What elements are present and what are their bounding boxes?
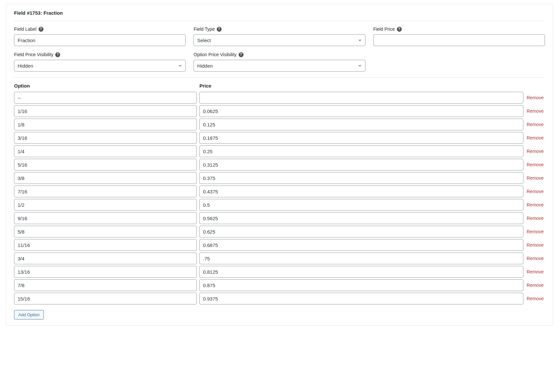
field-panel: Field #1753: Fraction Field Label ? Fiel… [6,4,553,326]
field-label-input[interactable] [14,34,186,46]
field-type-select[interactable]: Select [194,34,365,46]
field-label-col: Field Label ? [14,26,186,46]
field-label-label: Field Label ? [14,26,186,32]
price-input[interactable] [199,239,523,251]
option-input[interactable] [14,293,197,304]
option-input[interactable] [14,132,197,144]
option-input[interactable] [14,145,197,157]
remove-link[interactable]: Remove [526,269,545,274]
remove-link[interactable]: Remove [526,95,545,100]
field-price-label: Field Price ? [373,26,545,32]
price-input[interactable] [199,145,523,157]
option-row: Remove [14,212,545,224]
field-label-text: Field Label [14,26,37,32]
remove-link[interactable]: Remove [526,122,545,127]
remove-link[interactable]: Remove [526,189,545,194]
remove-link[interactable]: Remove [526,162,545,167]
option-price-visibility-select[interactable]: Hidden [194,60,365,72]
option-price-visibility-select-wrap: Hidden [194,60,365,72]
option-column-header: Option [14,83,197,89]
option-row: Remove [14,159,545,171]
remove-link[interactable]: Remove [526,229,545,234]
field-type-select-wrap: Select [194,34,365,46]
remove-link[interactable]: Remove [526,256,545,261]
options-container: RemoveRemoveRemoveRemoveRemoveRemoveRemo… [14,92,545,304]
option-input[interactable] [14,226,197,237]
help-icon[interactable]: ? [55,52,60,57]
field-price-visibility-label: Field Price Visibility ? [14,52,186,57]
option-row: Remove [14,293,545,304]
field-price-col: Field Price ? [373,26,545,46]
option-price-visibility-text: Option Price Visibility [194,52,236,57]
option-input[interactable] [14,172,197,184]
remove-link[interactable]: Remove [526,242,545,248]
price-input[interactable] [199,172,523,184]
field-price-input[interactable] [373,34,545,46]
option-input[interactable] [14,279,197,291]
price-input[interactable] [199,212,523,224]
price-input[interactable] [199,266,523,278]
add-option-button[interactable]: Add Option [14,310,44,319]
option-row: Remove [14,239,545,251]
actions-column-header [526,83,545,89]
price-input[interactable] [199,92,523,104]
price-input[interactable] [199,105,523,117]
option-row: Remove [14,145,545,157]
option-input[interactable] [14,212,197,224]
price-input[interactable] [199,226,523,237]
field-price-visibility-select[interactable]: Hidden [14,60,186,72]
price-input[interactable] [199,186,523,197]
option-input[interactable] [14,105,197,117]
price-input[interactable] [199,132,523,144]
panel-title: Field #1753: Fraction [14,10,545,21]
remove-link[interactable]: Remove [526,149,545,154]
field-price-visibility-select-wrap: Hidden [14,60,186,72]
option-input[interactable] [14,119,197,130]
option-row: Remove [14,172,545,184]
remove-link[interactable]: Remove [526,175,545,181]
field-type-label: Field Type ? [194,26,365,32]
field-price-visibility-col: Field Price Visibility ? Hidden [14,52,186,72]
option-input[interactable] [14,199,197,211]
row-2: Field Price Visibility ? Hidden Option P… [14,52,545,72]
remove-link[interactable]: Remove [526,216,545,221]
price-input[interactable] [199,293,523,304]
remove-link[interactable]: Remove [526,283,545,288]
help-icon[interactable]: ? [217,27,222,32]
option-input[interactable] [14,266,197,278]
option-row: Remove [14,105,545,117]
options-header: Option Price [14,83,545,89]
remove-link[interactable]: Remove [526,108,545,114]
remove-link[interactable]: Remove [526,135,545,140]
option-input[interactable] [14,186,197,197]
option-row: Remove [14,186,545,197]
option-row: Remove [14,92,545,104]
divider [14,21,545,21]
price-input[interactable] [199,253,523,264]
help-icon[interactable]: ? [39,27,43,32]
option-row: Remove [14,279,545,291]
divider [14,77,545,78]
option-price-visibility-label: Option Price Visibility ? [194,52,365,57]
option-input[interactable] [14,239,197,251]
remove-link[interactable]: Remove [526,296,545,301]
option-row: Remove [14,253,545,264]
empty-col [373,52,545,72]
field-price-visibility-text: Field Price Visibility [14,52,53,57]
option-input[interactable] [14,159,197,171]
help-icon[interactable]: ? [397,27,402,32]
help-icon[interactable]: ? [239,52,244,57]
remove-link[interactable]: Remove [526,202,545,207]
price-input[interactable] [199,119,523,130]
field-price-text: Field Price [373,26,395,32]
row-1: Field Label ? Field Type ? Select Field … [14,26,545,46]
price-input[interactable] [199,279,523,291]
option-price-visibility-col: Option Price Visibility ? Hidden [194,52,365,72]
option-input[interactable] [14,92,197,104]
option-input[interactable] [14,253,197,264]
field-type-text: Field Type [194,26,214,32]
field-type-col: Field Type ? Select [194,26,365,46]
price-input[interactable] [199,159,523,171]
price-input[interactable] [199,199,523,211]
option-row: Remove [14,119,545,130]
